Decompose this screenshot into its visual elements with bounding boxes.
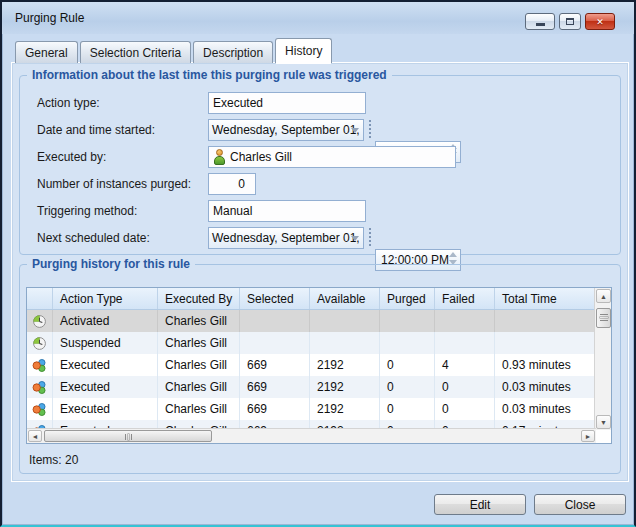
cell-failed: 0 xyxy=(435,376,495,398)
date-started-label: Date and time started: xyxy=(37,123,155,137)
cell-executed-by: Charles Gill xyxy=(158,376,240,398)
clock-icon xyxy=(27,310,53,332)
spheres-icon xyxy=(27,376,53,398)
column-header-available[interactable]: Available xyxy=(310,288,380,309)
edit-button[interactable]: Edit xyxy=(434,494,526,515)
last-trigger-info-group: Information about the last time this pur… xyxy=(19,75,621,255)
action-type-label: Action type: xyxy=(37,96,100,110)
cell-executed-by: Charles Gill xyxy=(158,398,240,420)
minimize-button[interactable] xyxy=(525,13,555,30)
grid-header: Action Type Executed By Selected Availab… xyxy=(27,288,596,310)
next-scheduled-row: Next scheduled date: Wednesday, Septembe… xyxy=(20,227,620,249)
cell-selected: 669 xyxy=(240,376,310,398)
scroll-left-icon[interactable]: ◄ xyxy=(28,430,42,442)
cell-selected xyxy=(240,310,310,332)
window-title: Purging Rule xyxy=(15,11,84,25)
horizontal-scrollbar[interactable]: ◄ ► xyxy=(27,428,596,443)
divider xyxy=(369,228,371,248)
chevron-down-icon[interactable] xyxy=(351,236,359,241)
column-header-total-time[interactable]: Total Time xyxy=(495,288,596,309)
cell-purged xyxy=(380,332,435,354)
executed-by-value: Charles Gill xyxy=(230,150,292,164)
triggering-method-field[interactable]: Manual xyxy=(208,200,366,222)
scroll-up-icon[interactable]: ▲ xyxy=(596,289,611,303)
cell-executed-by: Charles Gill xyxy=(158,354,240,376)
group-title: Information about the last time this pur… xyxy=(27,68,392,82)
scroll-down-icon[interactable]: ▼ xyxy=(596,415,611,429)
group-title: Purging history for this rule xyxy=(27,257,195,271)
cell-total-time xyxy=(495,310,596,332)
action-type-value: Executed xyxy=(213,96,263,110)
person-icon xyxy=(213,149,226,165)
tab-description[interactable]: Description xyxy=(193,41,273,63)
maximize-button[interactable] xyxy=(559,13,581,30)
date-started-row: Date and time started: Wednesday, Septem… xyxy=(20,119,620,141)
chevron-down-icon[interactable] xyxy=(351,128,359,133)
cell-purged: 0 xyxy=(380,354,435,376)
cell-selected: 669 xyxy=(240,398,310,420)
triggering-method-value: Manual xyxy=(213,204,252,218)
tab-history[interactable]: History xyxy=(275,38,332,63)
action-type-row: Action type: Executed xyxy=(20,92,620,114)
tab-selection-criteria[interactable]: Selection Criteria xyxy=(80,41,191,63)
instances-purged-field[interactable]: 0 xyxy=(208,173,256,195)
cell-action: Suspended xyxy=(53,332,158,354)
title-bar[interactable]: Purging Rule ✕ xyxy=(2,2,634,34)
scroll-right-icon[interactable]: ► xyxy=(581,430,595,442)
column-header-purged[interactable]: Purged xyxy=(380,288,435,309)
cell-failed: 4 xyxy=(435,354,495,376)
cell-purged: 0 xyxy=(380,398,435,420)
column-header-executed-by[interactable]: Executed By xyxy=(158,288,240,309)
next-scheduled-dropdown[interactable]: Wednesday, September 01, xyxy=(208,227,364,249)
icon-column-header[interactable] xyxy=(27,288,53,309)
cell-total-time: 0.03 minutes xyxy=(495,376,596,398)
cell-executed-by: Charles Gill xyxy=(158,310,240,332)
column-header-action-type[interactable]: Action Type xyxy=(53,288,158,309)
executed-by-row: Executed by: Charles Gill xyxy=(20,146,620,168)
instances-purged-value: 0 xyxy=(238,177,245,191)
tab-strip: General Selection Criteria Description H… xyxy=(15,38,334,63)
cell-failed xyxy=(435,332,495,354)
action-type-field[interactable]: Executed xyxy=(208,92,366,114)
history-grid: Action Type Executed By Selected Availab… xyxy=(26,287,612,444)
instances-purged-row: Number of instances purged: 0 xyxy=(20,173,620,195)
cell-total-time xyxy=(495,332,596,354)
horizontal-scroll-thumb[interactable] xyxy=(44,430,212,442)
cell-total-time: 0.03 minutes xyxy=(495,398,596,420)
triggering-method-row: Triggering method: Manual xyxy=(20,200,620,222)
date-started-value: Wednesday, September 01, xyxy=(212,123,360,137)
tab-general[interactable]: General xyxy=(15,41,78,63)
maximize-icon xyxy=(566,18,574,25)
table-row[interactable]: Executed Charles Gill 669 2192 0 0 0.03 … xyxy=(27,376,596,398)
table-row[interactable]: Executed Charles Gill 669 2192 0 0 0.03 … xyxy=(27,398,596,420)
executed-by-field[interactable]: Charles Gill xyxy=(208,146,456,168)
table-row[interactable]: Suspended Charles Gill xyxy=(27,332,596,354)
cell-selected xyxy=(240,332,310,354)
vertical-scrollbar[interactable]: ▲ ▼ xyxy=(594,288,611,430)
table-row[interactable]: Activated Charles Gill xyxy=(27,310,596,332)
close-button[interactable]: ✕ xyxy=(585,13,615,30)
clock-icon xyxy=(27,332,53,354)
date-started-dropdown[interactable]: Wednesday, September 01, xyxy=(208,119,364,141)
cell-available: 2192 xyxy=(310,376,380,398)
instances-purged-label: Number of instances purged: xyxy=(37,177,191,191)
vertical-scroll-thumb[interactable] xyxy=(596,308,611,328)
close-icon: ✕ xyxy=(596,17,604,27)
close-dialog-button[interactable]: Close xyxy=(534,494,626,515)
triggering-method-label: Triggering method: xyxy=(37,204,137,218)
grid-body: Activated Charles Gill Suspended Ch xyxy=(27,310,596,430)
cell-failed xyxy=(435,310,495,332)
cell-action: Activated xyxy=(53,310,158,332)
table-row[interactable]: Executed Charles Gill 669 2192 0 4 0.93 … xyxy=(27,354,596,376)
caption-buttons: ✕ xyxy=(525,13,615,30)
spheres-icon xyxy=(27,354,53,376)
next-scheduled-label: Next scheduled date: xyxy=(37,231,150,245)
cell-action: Executed xyxy=(53,354,158,376)
executed-by-label: Executed by: xyxy=(37,150,106,164)
column-header-failed[interactable]: Failed xyxy=(435,288,495,309)
cell-action: Executed xyxy=(53,398,158,420)
spin-up-icon[interactable] xyxy=(449,252,457,257)
cell-executed-by: Charles Gill xyxy=(158,332,240,354)
minimize-icon xyxy=(536,23,545,26)
column-header-selected[interactable]: Selected xyxy=(240,288,310,309)
